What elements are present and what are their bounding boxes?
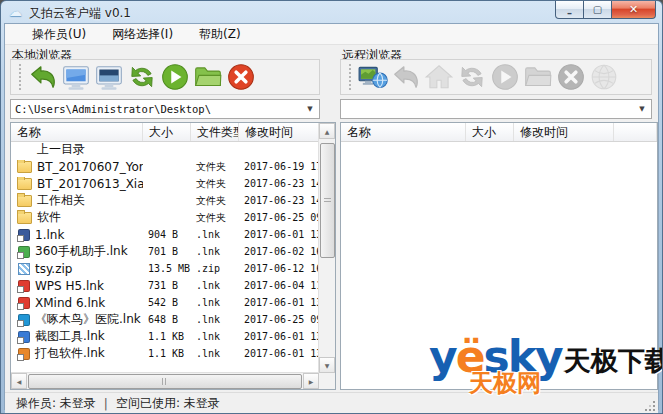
delete-button[interactable] (224, 62, 257, 92)
scroll-left-icon[interactable]: ◀ (11, 373, 27, 389)
folder-icon (17, 161, 32, 173)
caption-buttons: – ▢ ✕ (555, 1, 656, 19)
desktop-icon (94, 62, 124, 92)
file-row[interactable]: 工作相关文件夹2017-06-23 14:4 (11, 192, 319, 209)
file-time: 2017-06-23 14:4 (239, 192, 319, 209)
file-row[interactable]: 1.lnk904 B.lnk2017-06-01 13:4 (11, 226, 319, 243)
remote-path-input[interactable] (345, 101, 631, 117)
file-row[interactable]: 打包软件.lnk1.1 KB.lnk2017-06-01 13:4 (11, 345, 319, 362)
file-type: 文件夹 (191, 158, 239, 175)
refresh-button (455, 62, 488, 92)
scroll-down-icon[interactable]: ▼ (319, 357, 335, 373)
chevron-down-icon[interactable]: ▼ (302, 101, 318, 117)
file-name: 软件 (11, 209, 143, 226)
vertical-scroll-thumb[interactable] (320, 143, 335, 258)
delete-button (554, 62, 587, 92)
remote-path-combobox[interactable]: ▼ (340, 99, 652, 119)
local-file-list-body: 上一目录BT_20170607_YongH...文件夹2017-06-19 17… (11, 141, 319, 373)
desktop-button[interactable] (92, 62, 125, 92)
watermark: yësky 天极下载 天极网 (429, 335, 663, 395)
home-icon (424, 62, 454, 92)
menu-bar: 操作员(U)网络选择(I)帮助(Z) (5, 24, 658, 45)
status-divider: | (104, 397, 108, 411)
menu-network[interactable]: 网络选择(I) (99, 24, 186, 45)
file-time: 2017-06-01 13:4 (239, 345, 319, 362)
folder-icon (17, 195, 32, 207)
horizontal-scrollbar[interactable]: ◀ ▶ (11, 372, 319, 389)
column-header[interactable]: 名称 (341, 123, 466, 141)
column-header[interactable]: 名称 (11, 123, 143, 141)
file-size: 904 B (143, 226, 191, 243)
file-type: .lnk (191, 328, 239, 345)
file-name: BT_20170613_XianX... (11, 177, 143, 191)
refresh-button[interactable] (125, 62, 158, 92)
scroll-right-icon[interactable]: ▶ (303, 373, 319, 389)
remote-toolbar (340, 59, 652, 95)
back-icon (28, 62, 58, 92)
menu-help[interactable]: 帮助(Z) (186, 24, 254, 45)
file-row[interactable]: 360手机助手.lnk701 B.lnk2017-06-02 16:0 (11, 243, 319, 260)
file-type: 文件夹 (191, 209, 239, 226)
file-time: 2017-06-12 16:1 (239, 260, 319, 277)
scroll-up-icon[interactable]: ▲ (319, 123, 335, 139)
close-button[interactable]: ✕ (611, 1, 656, 19)
file-name: XMind 6.lnk (11, 296, 143, 310)
file-row[interactable]: WPS H5.lnk731 B.lnk2017-06-04 11:0 (11, 277, 319, 294)
file-type: .zip (191, 260, 239, 277)
local-path-input[interactable] (15, 101, 299, 117)
file-row[interactable]: 上一目录 (11, 141, 319, 158)
resize-grip[interactable] (644, 400, 656, 412)
horizontal-scroll-thumb[interactable] (28, 374, 302, 389)
folder-icon (17, 212, 32, 224)
scrollbar-corner (319, 373, 335, 389)
file-size: 701 B (143, 243, 191, 260)
status-bar: 操作员: 未登录 | 空间已使用: 未登录 (5, 392, 658, 414)
file-type: .lnk (191, 294, 239, 311)
column-header[interactable]: 大小 (466, 123, 514, 141)
file-time: 2017-06-01 13:4 (239, 294, 319, 311)
back-button (389, 62, 422, 92)
download-button (488, 62, 521, 92)
new-folder-icon (193, 62, 223, 92)
shortcut-icon (18, 229, 30, 241)
file-name: 360手机助手.lnk (11, 243, 143, 260)
column-header[interactable]: 修改时间 (514, 123, 614, 141)
file-row[interactable]: 软件文件夹2017-06-25 09:5 (11, 209, 319, 226)
file-row[interactable]: 截图工具.lnk1.1 KB.lnk2017-06-01 13:4 (11, 328, 319, 345)
shortcut-icon (18, 280, 30, 292)
file-row[interactable]: 《啄木鸟》医院.lnk648 B.lnk2017-06-25 09:4 (11, 311, 319, 328)
my-computer-button[interactable] (59, 62, 92, 92)
connect-button[interactable] (356, 62, 389, 92)
shortcut-icon (18, 331, 30, 343)
local-path-combobox[interactable]: ▼ (10, 99, 320, 119)
file-type: 文件夹 (191, 192, 239, 209)
column-header[interactable]: 大小 (143, 123, 191, 141)
file-row[interactable]: XMind 6.lnk542 B.lnk2017-06-01 13:4 (11, 294, 319, 311)
title-bar[interactable]: ☁ 又拍云客户端 v0.1 – ▢ ✕ (1, 1, 662, 23)
file-row[interactable]: BT_20170613_XianX...文件夹2017-06-23 14:5 (11, 175, 319, 192)
shortcut-icon (18, 348, 30, 360)
file-row[interactable]: tsy.zip13.5 MB.zip2017-06-12 16:1 (11, 260, 319, 277)
file-type: .lnk (191, 226, 239, 243)
file-name: 上一目录 (11, 141, 143, 158)
back-button[interactable] (26, 62, 59, 92)
chevron-down-icon[interactable]: ▼ (634, 101, 650, 117)
maximize-button[interactable]: ▢ (584, 1, 611, 19)
app-window: ☁ 又拍云客户端 v0.1 – ▢ ✕ 操作员(U)网络选择(I)帮助(Z) 本… (0, 0, 663, 414)
refresh-icon (127, 62, 157, 92)
new-folder-icon (523, 62, 553, 92)
file-size: 731 B (143, 277, 191, 294)
column-header[interactable] (614, 123, 657, 141)
new-folder-button[interactable] (191, 62, 224, 92)
menu-operator[interactable]: 操作员(U) (19, 24, 99, 45)
delete-icon (226, 62, 256, 92)
upload-button[interactable] (158, 62, 191, 92)
connect-icon (358, 62, 388, 92)
delete-icon (556, 62, 586, 92)
file-row[interactable]: BT_20170607_YongH...文件夹2017-06-19 17:4 (11, 158, 319, 175)
minimize-button[interactable]: – (555, 1, 584, 19)
column-header[interactable]: 修改时间 (239, 123, 319, 141)
column-header[interactable]: 文件类型 (191, 123, 239, 141)
vertical-scrollbar[interactable]: ▲ ▼ (318, 123, 335, 373)
zip-icon (18, 263, 30, 275)
